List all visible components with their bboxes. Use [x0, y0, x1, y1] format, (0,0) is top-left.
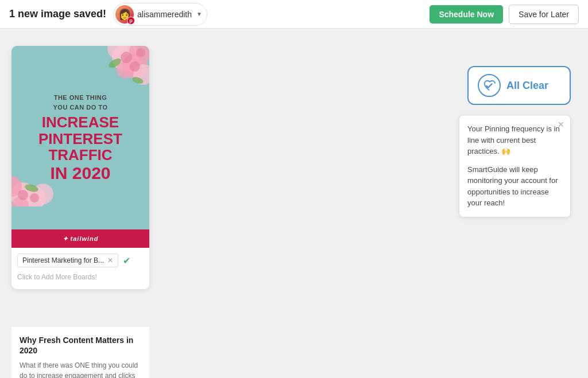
- header-bar: 1 new image saved! 👩 p alisammeredith ▼ …: [0, 0, 588, 29]
- pin-brand-footer: ✦ tailwind: [11, 229, 149, 248]
- new-image-saved-label: 1 new image saved!: [9, 8, 106, 20]
- heart-svg-icon: [483, 79, 496, 92]
- smartguide-message2: SmartGuide will keep monitoring your acc…: [467, 164, 562, 209]
- header-right: Schedule Now Save for Later: [430, 5, 579, 24]
- all-clear-popup: All Clear: [467, 66, 571, 107]
- schedule-now-button[interactable]: Schedule Now: [430, 5, 503, 24]
- board-checkmark-icon: ✔: [123, 255, 130, 266]
- username-label: alisammeredith: [137, 10, 192, 19]
- svg-point-18: [30, 193, 39, 202]
- svg-point-10: [130, 61, 140, 72]
- pin-main-line2: PINTEREST: [38, 131, 122, 147]
- blog-excerpt: What if there was ONE thing you could do…: [20, 360, 141, 378]
- tooltip-close-button[interactable]: ✕: [558, 120, 564, 129]
- pin-main-line3: TRAFFIC: [38, 147, 122, 163]
- pin-subtitle-line1: THE ONE THING: [54, 94, 107, 101]
- pin-subtitle-line2: YOU CAN DO TO: [53, 104, 108, 111]
- caret-arrow: [45, 29, 59, 39]
- board-remove-button[interactable]: ✕: [107, 256, 113, 264]
- avatar-wrapper: 👩 p: [115, 5, 134, 24]
- main-content: THE ONE THING YOU CAN DO TO INCREASE PIN…: [0, 29, 588, 378]
- pin-image: THE ONE THING YOU CAN DO TO INCREASE PIN…: [11, 46, 149, 229]
- pin-card: THE ONE THING YOU CAN DO TO INCREASE PIN…: [11, 46, 149, 289]
- tailwind-logo: ✦ tailwind: [63, 235, 99, 243]
- all-clear-label: All Clear: [506, 80, 548, 92]
- smartguide-message1: Your Pinning frequency is in line with c…: [467, 123, 562, 157]
- all-clear-badge: All Clear: [467, 66, 571, 105]
- pin-text-content: THE ONE THING YOU CAN DO TO INCREASE PIN…: [27, 81, 134, 194]
- svg-point-9: [136, 48, 145, 57]
- pin-year: IN 2020: [38, 163, 122, 182]
- blog-title: Why Fresh Content Matters in 2020: [20, 335, 141, 356]
- board-tag[interactable]: Pinterest Marketing for B... ✕: [17, 254, 118, 267]
- save-for-later-button[interactable]: Save for Later: [509, 5, 579, 24]
- pinterest-badge-icon: p: [127, 17, 135, 25]
- board-name-label: Pinterest Marketing for B...: [22, 256, 104, 264]
- pin-board-area: Pinterest Marketing for B... ✕ ✔ Click t…: [11, 248, 149, 289]
- dropdown-arrow-icon: ▼: [196, 11, 202, 17]
- add-boards-button[interactable]: Click to Add More Boards!: [17, 271, 144, 283]
- heart-check-icon: [478, 74, 501, 97]
- header-left: 1 new image saved! 👩 p alisammeredith ▼: [9, 3, 430, 26]
- svg-point-8: [121, 52, 132, 63]
- smartguide-tooltip: ✕ Your Pinning frequency is in line with…: [459, 115, 571, 217]
- blog-preview: Why Fresh Content Matters in 2020 What i…: [11, 327, 149, 378]
- user-profile-dropdown[interactable]: 👩 p alisammeredith ▼: [113, 3, 207, 26]
- pin-main-line1: INCREASE: [38, 114, 122, 131]
